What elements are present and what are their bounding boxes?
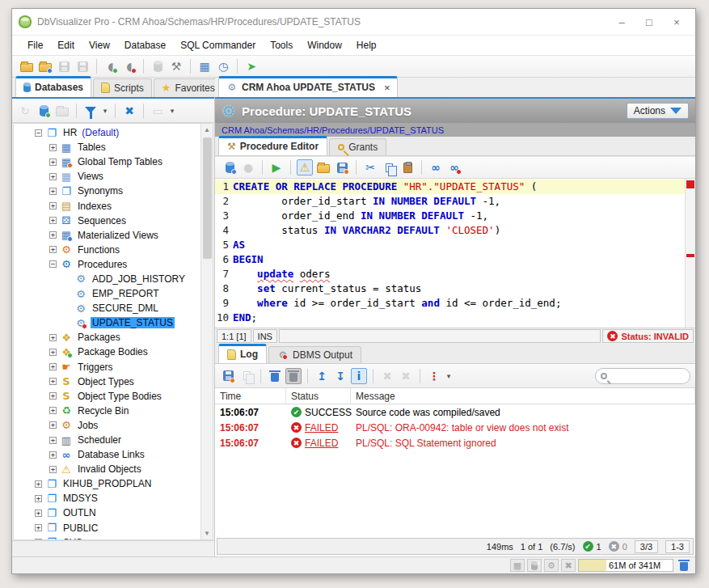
open-file-icon[interactable] bbox=[19, 58, 35, 74]
collapse-all-icon[interactable]: ✖ bbox=[121, 103, 137, 119]
grid-status-icon[interactable]: ▦ bbox=[510, 559, 525, 572]
scroll-bottom-icon[interactable]: ↧ bbox=[332, 368, 348, 384]
menu-file[interactable]: File bbox=[20, 37, 50, 53]
gear-status-icon[interactable]: ⚙ bbox=[544, 559, 559, 572]
sql-editor[interactable]: 1CREATE OR REPLACE PROCEDURE "HR"."UPDAT… bbox=[215, 179, 685, 328]
tree-item-jobs[interactable]: +⚙Jobs bbox=[14, 418, 200, 433]
code-line-6[interactable]: 6BEGIN bbox=[215, 252, 685, 267]
autoscroll-icon[interactable]: i bbox=[351, 368, 367, 384]
tab-log[interactable]: Log bbox=[218, 344, 267, 363]
find-replace-icon[interactable]: ∞ bbox=[446, 159, 462, 176]
scroll-top-icon[interactable]: ↥ bbox=[314, 368, 330, 384]
tree-item-update-status[interactable]: ⚙UPDATE_STATUS bbox=[14, 315, 200, 330]
tree-item-secure-dml[interactable]: ⚙SECURE_DML bbox=[14, 301, 200, 315]
tree-item-invalid-objects[interactable]: +⚠Invalid Objects bbox=[14, 462, 200, 476]
object-tab[interactable]: ⚙ CRM Ahoa UPDATE_STATUS × bbox=[218, 76, 398, 97]
connect-icon[interactable]: ◖ bbox=[103, 58, 119, 74]
tree-item-sequences[interactable]: +⚄Sequences bbox=[14, 214, 200, 228]
log-search[interactable] bbox=[595, 368, 690, 384]
tree-item-public[interactable]: +❐PUBLIC bbox=[14, 521, 200, 535]
open-folder-options-icon[interactable] bbox=[37, 58, 53, 74]
tree-item-recycle-bin[interactable]: +♻Recycle Bin bbox=[14, 404, 200, 418]
save-as-icon[interactable] bbox=[334, 159, 350, 176]
tree-item-indexes[interactable]: +▤Indexes bbox=[14, 198, 200, 213]
tab-databases[interactable]: Databases bbox=[15, 76, 91, 97]
tree-item-views[interactable]: +▦Views bbox=[14, 169, 200, 184]
menu-edit[interactable]: Edit bbox=[50, 37, 82, 53]
expand-icon[interactable]: + bbox=[49, 451, 57, 459]
log-row[interactable]: 15:06:07✖FAILEDPL/SQL: ORA-00942: table … bbox=[215, 420, 695, 435]
expand-icon[interactable]: + bbox=[35, 510, 42, 517]
menu-tools[interactable]: Tools bbox=[263, 37, 300, 53]
code-line-1[interactable]: 1CREATE OR REPLACE PROCEDURE "HR"."UPDAT… bbox=[215, 180, 685, 194]
tree-item-triggers[interactable]: +☛Triggers bbox=[14, 360, 200, 374]
auto-clear-icon[interactable] bbox=[285, 368, 302, 384]
tree-item-functions[interactable]: +⚙Functions bbox=[14, 243, 200, 257]
database-status-icon[interactable] bbox=[527, 559, 542, 572]
log-row[interactable]: 15:06:07✖FAILEDPL/SQL: SQL Statement ign… bbox=[215, 435, 695, 451]
expand-icon[interactable]: + bbox=[49, 202, 57, 209]
find-icon[interactable]: ∞ bbox=[428, 159, 444, 176]
expand-icon[interactable]: + bbox=[49, 144, 57, 151]
open-icon[interactable] bbox=[315, 159, 331, 176]
code-line-4[interactable]: 4 status IN VARCHAR2 DEFAULT 'CLOSED') bbox=[215, 223, 685, 238]
code-line-3[interactable]: 3 order_id_end IN NUMBER DEFAULT -1, bbox=[215, 209, 685, 223]
compile-save-icon[interactable] bbox=[222, 159, 238, 176]
filter-caret-icon[interactable]: ▾ bbox=[101, 107, 109, 115]
tab-grants[interactable]: Grants bbox=[329, 138, 386, 155]
expand-icon[interactable]: + bbox=[49, 246, 57, 253]
tree-item-database-links[interactable]: +∞Database Links bbox=[14, 447, 200, 462]
ddl-warning-icon[interactable]: ⚠ bbox=[297, 159, 313, 176]
expand-icon[interactable]: + bbox=[35, 539, 42, 539]
scroll-down-icon[interactable]: ▼ bbox=[201, 527, 213, 539]
expand-icon[interactable]: + bbox=[49, 363, 57, 370]
expand-icon[interactable]: + bbox=[49, 217, 57, 224]
expand-icon[interactable]: + bbox=[49, 407, 57, 414]
tree-item-hr[interactable]: −❐HR(Default) bbox=[14, 125, 200, 140]
expand-icon[interactable]: + bbox=[49, 188, 57, 195]
copy-icon[interactable] bbox=[381, 159, 397, 176]
memory-indicator[interactable]: 61M of 341M bbox=[578, 559, 673, 572]
tab-scripts[interactable]: Scripts bbox=[93, 78, 152, 97]
export-log-icon[interactable] bbox=[220, 368, 236, 384]
column-header-message[interactable]: Message bbox=[351, 388, 695, 404]
expand-icon[interactable]: + bbox=[49, 378, 57, 385]
preview-caret-icon[interactable]: ▾ bbox=[168, 107, 176, 115]
pointer-icon[interactable]: ➤ bbox=[243, 58, 260, 74]
collapse-icon[interactable]: − bbox=[49, 260, 57, 268]
expand-icon[interactable]: + bbox=[49, 334, 57, 341]
execute-icon[interactable]: ▶ bbox=[268, 159, 285, 176]
scrollbar-thumb[interactable] bbox=[203, 137, 212, 259]
code-line-9[interactable]: 9 where id >= order_id_start and id <= o… bbox=[215, 296, 685, 311]
tree-item-object-type-bodies[interactable]: +SObject Type Bodies bbox=[14, 389, 200, 404]
tab-procedure-editor[interactable]: ⚒Procedure Editor bbox=[218, 136, 327, 155]
expand-icon[interactable]: + bbox=[49, 349, 57, 356]
grid-window-icon[interactable]: ▦ bbox=[196, 58, 213, 74]
disconnect-icon[interactable]: ◖ bbox=[121, 58, 137, 74]
scroll-up-icon[interactable]: ▲ bbox=[201, 124, 213, 136]
tree-item-scheduler[interactable]: +▥Scheduler bbox=[14, 433, 200, 447]
tree-item-packages[interactable]: +❖Packages bbox=[14, 330, 200, 345]
tree-item-tables[interactable]: +▦Tables bbox=[14, 140, 200, 154]
code-line-2[interactable]: 2 order_id_start IN NUMBER DEFAULT -1, bbox=[215, 194, 685, 209]
tree-item-object-types[interactable]: +SObject Types bbox=[14, 374, 200, 389]
paste-icon[interactable] bbox=[399, 159, 416, 176]
menu-help[interactable]: Help bbox=[349, 37, 384, 53]
menu-view[interactable]: View bbox=[82, 37, 117, 53]
code-line-7[interactable]: 7 update oders bbox=[215, 267, 685, 281]
tree-scrollbar[interactable]: ▲ ▼ bbox=[200, 124, 213, 539]
expand-icon[interactable]: + bbox=[49, 159, 57, 166]
row-markers-icon[interactable]: ⋮ bbox=[426, 368, 442, 384]
expand-icon[interactable]: + bbox=[35, 524, 42, 531]
error-stripe[interactable] bbox=[685, 179, 695, 328]
code-line-5[interactable]: 5AS bbox=[215, 238, 685, 252]
log-row[interactable]: 15:06:07✔SUCCESSSource code was compiled… bbox=[215, 404, 695, 420]
expand-icon[interactable]: + bbox=[49, 437, 57, 444]
tree-item-add-job-history[interactable]: ⚙ADD_JOB_HISTORY bbox=[14, 272, 200, 286]
menu-window[interactable]: Window bbox=[300, 37, 349, 53]
maximize-button[interactable]: □ bbox=[637, 13, 661, 31]
tree-item-package-bodies[interactable]: +❖Package Bodies bbox=[14, 345, 200, 359]
tree-item-sys[interactable]: +❐SYS bbox=[14, 535, 200, 539]
minimize-button[interactable]: – bbox=[610, 13, 634, 31]
tab-close-icon[interactable]: × bbox=[384, 82, 390, 94]
